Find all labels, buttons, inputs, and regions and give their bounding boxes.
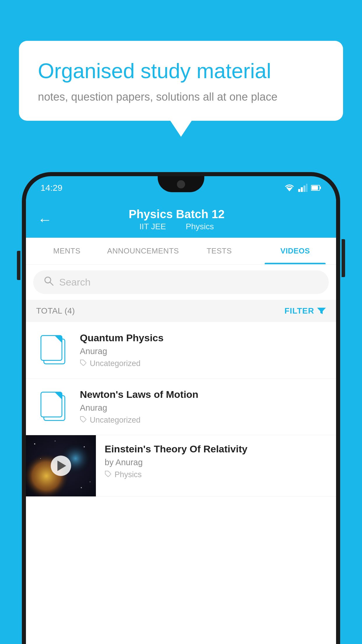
header-title: Physics Batch 12 IIT JEE Physics xyxy=(61,208,292,231)
video-tag: Uncategorized xyxy=(80,416,326,425)
tab-ments[interactable]: MENTS xyxy=(29,238,105,264)
video-tag-text: Uncategorized xyxy=(90,416,140,425)
video-file-icon xyxy=(36,389,71,424)
speech-bubble-heading: Organised study material xyxy=(38,58,324,83)
phone-frame: 14:29 xyxy=(22,172,340,644)
video-tag-text: Physics xyxy=(115,470,142,479)
total-label: TOTAL (4) xyxy=(36,306,75,316)
filter-bar: TOTAL (4) FILTER xyxy=(26,300,336,322)
status-bar: 14:29 xyxy=(26,176,336,200)
svg-marker-10 xyxy=(317,308,326,314)
phone-camera xyxy=(177,180,185,188)
video-author: by Anurag xyxy=(105,458,327,467)
play-button[interactable] xyxy=(51,456,71,476)
filter-label: FILTER xyxy=(284,306,314,316)
svg-point-17 xyxy=(55,441,56,442)
svg-point-20 xyxy=(40,458,41,459)
header-subtitle-right: Physics xyxy=(186,222,214,231)
svg-point-21 xyxy=(81,487,82,488)
phone-volume-button xyxy=(17,251,20,280)
video-author: Anurag xyxy=(80,403,326,413)
list-item[interactable]: Einstein's Theory Of Relativity by Anura… xyxy=(26,435,336,497)
status-icons xyxy=(284,184,321,192)
header-subtitle: IIT JEE Physics xyxy=(61,222,292,231)
tag-icon xyxy=(105,470,112,479)
signal-icon xyxy=(298,184,307,192)
video-tag-text: Uncategorized xyxy=(90,359,140,368)
video-title: Newton's Laws of Motion xyxy=(80,389,326,400)
tag-icon xyxy=(80,359,87,368)
video-file-icon xyxy=(36,332,71,367)
video-tag: Uncategorized xyxy=(80,359,326,368)
speech-bubble-subtext: notes, question papers, solutions all at… xyxy=(38,91,324,103)
video-author: Anurag xyxy=(80,346,326,356)
svg-rect-1 xyxy=(298,189,300,192)
search-bar[interactable]: Search xyxy=(33,270,329,294)
filter-icon xyxy=(317,307,326,315)
speech-bubble-container: Organised study material notes, question… xyxy=(19,41,343,121)
video-title: Einstein's Theory Of Relativity xyxy=(105,443,327,455)
tabs-bar: MENTS ANNOUNCEMENTS TESTS VIDEOS xyxy=(26,238,336,265)
status-time: 14:29 xyxy=(41,183,62,193)
svg-rect-6 xyxy=(320,187,321,189)
svg-point-18 xyxy=(84,446,85,447)
video-tag: Physics xyxy=(105,470,327,479)
video-title: Quantum Physics xyxy=(80,332,326,344)
phone-inner: ← Physics Batch 12 IIT JEE Physics MENTS… xyxy=(26,200,336,644)
video-info: Einstein's Theory Of Relativity by Anura… xyxy=(96,435,336,487)
speech-bubble: Organised study material notes, question… xyxy=(19,41,343,121)
svg-rect-3 xyxy=(303,186,305,192)
video-info: Newton's Laws of Motion Anurag Uncategor… xyxy=(80,389,326,425)
app-header: ← Physics Batch 12 IIT JEE Physics xyxy=(26,200,336,238)
phone-notch xyxy=(158,176,204,192)
video-list: Quantum Physics Anurag Uncategorized xyxy=(26,322,336,644)
svg-rect-7 xyxy=(312,186,318,190)
tag-icon xyxy=(80,416,87,425)
list-item[interactable]: Quantum Physics Anurag Uncategorized xyxy=(26,322,336,379)
header-subtitle-left: IIT JEE xyxy=(139,222,166,231)
list-item[interactable]: Newton's Laws of Motion Anurag Uncategor… xyxy=(26,379,336,435)
file-icon-front xyxy=(41,335,62,361)
filter-button[interactable]: FILTER xyxy=(284,306,326,316)
svg-rect-2 xyxy=(301,187,303,192)
svg-point-19 xyxy=(90,482,91,482)
file-icon-front xyxy=(41,392,62,417)
search-icon xyxy=(43,276,54,289)
video-thumbnail xyxy=(26,435,96,496)
svg-line-9 xyxy=(50,282,53,285)
svg-rect-4 xyxy=(306,184,307,192)
battery-icon xyxy=(311,185,321,191)
back-button[interactable]: ← xyxy=(38,211,52,228)
svg-point-16 xyxy=(34,443,35,444)
tab-announcements[interactable]: ANNOUNCEMENTS xyxy=(105,238,181,264)
tab-tests[interactable]: TESTS xyxy=(181,238,257,264)
video-info: Quantum Physics Anurag Uncategorized xyxy=(80,332,326,368)
header-title-text: Physics Batch 12 xyxy=(61,208,292,221)
wifi-icon xyxy=(284,184,295,192)
svg-marker-0 xyxy=(287,188,292,191)
search-placeholder: Search xyxy=(59,276,91,288)
tab-videos[interactable]: VIDEOS xyxy=(257,238,333,264)
phone-power-button xyxy=(342,239,345,277)
play-triangle-icon xyxy=(57,461,66,471)
